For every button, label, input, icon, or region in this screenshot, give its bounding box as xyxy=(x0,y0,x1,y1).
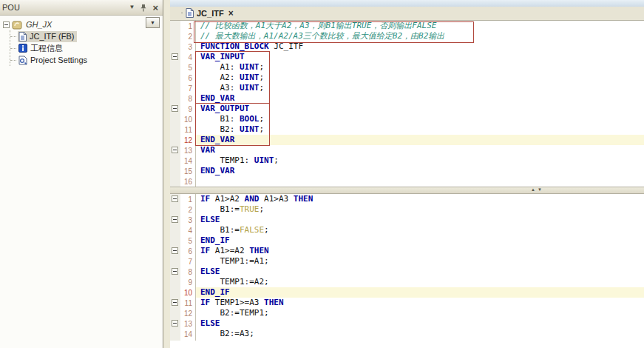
code-line[interactable]: 12 B2:=TEMP1; xyxy=(170,308,644,318)
fold-gutter xyxy=(170,277,180,287)
tree-filter-dropdown[interactable]: ▼ xyxy=(146,17,160,28)
fold-gutter xyxy=(170,114,180,124)
code-text[interactable]: TEMP1:=A1; xyxy=(195,256,644,267)
code-line[interactable]: 11 B2: UINT; xyxy=(170,124,644,135)
code-text[interactable]: VAR_OUTPUT xyxy=(195,104,644,114)
pin-icon[interactable] xyxy=(140,4,147,12)
code-line[interactable]: 11IF TEMP1>=A3 THEN xyxy=(170,298,644,308)
code-text[interactable]: IF TEMP1>=A3 THEN xyxy=(195,298,644,308)
collapse-minus-icon[interactable] xyxy=(172,320,178,327)
code-text[interactable]: FUNCTION_BLOCK JC_ITF xyxy=(195,41,644,52)
line-number: 7 xyxy=(180,258,195,266)
code-line[interactable]: 7 A3: UINT; xyxy=(170,83,644,93)
code-text[interactable]: END_VAR xyxy=(195,93,644,104)
st-editor: JC_ITF × 1// 比较函数，A1大于A2，A3，则B1输出TRUE，否则… xyxy=(170,0,644,348)
code-line[interactable]: 4VAR_INPUT xyxy=(170,52,644,62)
code-line[interactable]: 5END_IF xyxy=(170,235,644,246)
code-text[interactable]: B1:=TRUE; xyxy=(195,204,644,215)
code-line[interactable]: 10 B1: BOOL; xyxy=(170,114,644,124)
code-text[interactable]: B2:=TEMP1; xyxy=(195,308,644,318)
code-text[interactable]: END_VAR xyxy=(195,135,644,145)
code-text[interactable] xyxy=(195,176,644,187)
code-text[interactable]: A1: UINT; xyxy=(195,62,644,73)
code-line[interactable]: 7 TEMP1:=A1; xyxy=(170,256,644,267)
editor-splitter[interactable]: ▲▼ xyxy=(170,187,644,194)
tab-jc-itf[interactable]: JC_ITF × xyxy=(177,6,240,20)
code-line[interactable]: 6 A2: UINT; xyxy=(170,73,644,83)
settings-icon xyxy=(18,56,27,65)
panel-menu-icon[interactable]: ▼ xyxy=(129,4,135,10)
code-text[interactable]: TEMP1: UINT; xyxy=(195,155,644,166)
code-text[interactable]: ELSE xyxy=(195,215,644,225)
tab-close-icon[interactable]: × xyxy=(228,8,234,19)
panel-close-icon[interactable]: × xyxy=(152,3,158,13)
code-text[interactable]: A3: UINT; xyxy=(195,83,644,93)
code-line[interactable]: 1IF A1>A2 AND A1>A3 THEN xyxy=(170,194,644,204)
code-line[interactable]: 8END_VAR xyxy=(170,93,644,104)
code-text[interactable]: B1: BOOL; xyxy=(195,114,644,124)
line-number: 13 xyxy=(180,147,195,155)
code-line[interactable]: 4 B1:=FALSE; xyxy=(170,225,644,235)
tree-root-row[interactable]: GH_JX xyxy=(3,19,163,30)
line-number: 2 xyxy=(180,33,195,41)
code-line[interactable]: 1// 比较函数，A1大于A2，A3，则B1输出TRUE，否则输出FALSE xyxy=(170,21,644,31)
code-line[interactable]: 10END_IF xyxy=(170,287,644,298)
code-text[interactable]: ELSE xyxy=(195,267,644,277)
code-line[interactable]: 6IF A1>=A2 THEN xyxy=(170,246,644,256)
code-text[interactable]: ELSE xyxy=(195,318,644,329)
code-text[interactable]: END_VAR xyxy=(195,166,644,176)
fold-gutter xyxy=(170,41,180,52)
splitter-arrows-icon[interactable]: ▲▼ xyxy=(531,187,544,192)
code-line[interactable]: 13VAR xyxy=(170,145,644,155)
code-line[interactable]: 3FUNCTION_BLOCK JC_ITF xyxy=(170,41,644,52)
code-line[interactable]: 15END_VAR xyxy=(170,166,644,176)
line-number: 5 xyxy=(180,237,195,245)
code-line[interactable]: 2 B1:=TRUE; xyxy=(170,204,644,215)
collapse-minus-icon[interactable] xyxy=(172,195,178,202)
collapse-minus-icon[interactable] xyxy=(172,216,178,223)
code-line[interactable]: 9 TEMP1:=A2; xyxy=(170,277,644,287)
sidebar-item-jc-itf[interactable]: JC_ITF (FB) xyxy=(10,30,163,42)
collapse-minus-icon[interactable] xyxy=(172,268,178,275)
tab-label: JC_ITF xyxy=(197,9,224,18)
sidebar-item-project-settings[interactable]: Project Settings xyxy=(10,54,163,66)
implementation-editor[interactable]: 1IF A1>A2 AND A1>A3 THEN2 B1:=TRUE;3ELSE… xyxy=(170,194,644,341)
code-text[interactable]: B2:=A3; xyxy=(195,329,644,339)
sidebar-item-project-info[interactable]: 工程信息 xyxy=(10,42,163,54)
code-line[interactable]: 14 TEMP1: UINT; xyxy=(170,155,644,166)
code-text[interactable]: // 最大数输出，A1/A2/A3三个数比较，最大值给定B2，由B2输出 xyxy=(195,31,644,41)
collapse-minus-icon[interactable] xyxy=(172,147,178,153)
code-line[interactable]: 3ELSE xyxy=(170,215,644,225)
panel-title: POU xyxy=(2,3,129,12)
code-line[interactable]: 13ELSE xyxy=(170,318,644,329)
code-line[interactable]: 8ELSE xyxy=(170,267,644,277)
code-text[interactable]: B1:=FALSE; xyxy=(195,225,644,235)
code-text[interactable]: END_IF xyxy=(195,235,644,246)
line-number: 9 xyxy=(180,278,195,287)
code-text[interactable]: IF A1>A2 AND A1>A3 THEN xyxy=(195,194,644,204)
code-text[interactable]: B2: UINT; xyxy=(195,124,644,135)
code-text[interactable]: END_IF xyxy=(195,339,644,341)
code-text[interactable]: TEMP1:=A2; xyxy=(195,277,644,287)
code-text[interactable]: // 比较函数，A1大于A2，A3，则B1输出TRUE，否则输出FALSE xyxy=(195,21,644,31)
code-text[interactable]: IF A1>=A2 THEN xyxy=(195,246,644,256)
line-number: 12 xyxy=(180,136,195,144)
code-line[interactable]: 15END_IF xyxy=(170,339,644,341)
code-text[interactable]: END_IF xyxy=(195,287,644,298)
code-line[interactable]: 5 A1: UINT; xyxy=(170,62,644,73)
code-line[interactable]: 9VAR_OUTPUT xyxy=(170,104,644,114)
code-text[interactable]: VAR_INPUT xyxy=(195,52,644,62)
code-line[interactable]: 12END_VAR xyxy=(170,135,644,145)
declaration-editor[interactable]: 1// 比较函数，A1大于A2，A3，则B1输出TRUE，否则输出FALSE2/… xyxy=(170,21,644,187)
code-line[interactable]: 14 B2:=A3; xyxy=(170,329,644,339)
code-text[interactable]: A2: UINT; xyxy=(195,73,644,83)
code-line[interactable]: 2// 最大数输出，A1/A2/A3三个数比较，最大值给定B2，由B2输出 xyxy=(170,31,644,41)
code-line[interactable]: 16 xyxy=(170,176,644,187)
code-text[interactable]: VAR xyxy=(195,145,644,155)
collapse-minus-icon[interactable] xyxy=(172,247,178,254)
collapse-icon[interactable] xyxy=(3,21,10,28)
collapse-minus-icon[interactable] xyxy=(172,53,178,60)
line-number: 11 xyxy=(180,126,195,134)
collapse-minus-icon[interactable] xyxy=(172,105,178,112)
collapse-minus-icon[interactable] xyxy=(172,299,178,306)
